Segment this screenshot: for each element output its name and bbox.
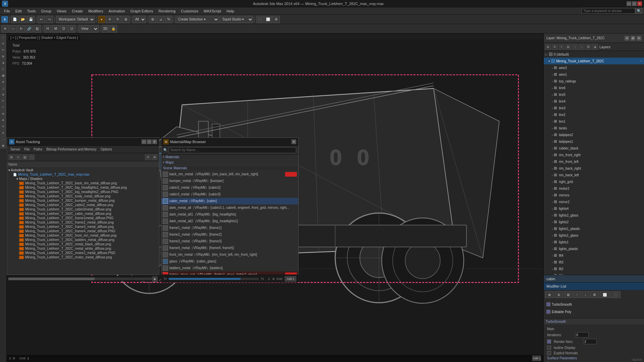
modifier-turbosmooth[interactable]: TurboSmooth bbox=[545, 301, 643, 308]
layer-item-motor2[interactable]: -motor2 bbox=[544, 185, 644, 192]
left-tool-14[interactable]: ⊗ bbox=[0, 117, 6, 123]
layer-tool-4[interactable]: ⊞ bbox=[565, 44, 571, 50]
asset-tool-3[interactable]: ▤ bbox=[22, 154, 28, 160]
layer-close[interactable]: ✕ bbox=[637, 36, 641, 41]
explicit-normals-checkbox[interactable] bbox=[547, 351, 551, 355]
layer-item-lights1[interactable]: -lights1 bbox=[544, 239, 644, 245]
render-iters-input[interactable] bbox=[583, 339, 597, 344]
asset-group-maps[interactable]: ▾ Maps / Shaders bbox=[7, 177, 159, 181]
render-iters-checkbox[interactable] bbox=[547, 340, 551, 344]
layer-tool-6[interactable]: ↓ bbox=[579, 44, 585, 50]
layer-item-rim-back-left[interactable]: -rim_back_left bbox=[544, 172, 644, 178]
more-render[interactable]: ⚙ bbox=[272, 16, 280, 23]
mat-close[interactable]: ✕ bbox=[291, 139, 296, 144]
asset-file-17[interactable]: Mining_Truck_Liebherr_T_282C_motor2_meta… bbox=[7, 251, 159, 255]
layer-item-tire1[interactable]: -tire1 bbox=[544, 118, 644, 125]
lock-btn[interactable]: 🔒 bbox=[110, 25, 117, 33]
maximize-button[interactable]: □ bbox=[632, 1, 637, 6]
redo-button[interactable]: ↪ bbox=[46, 16, 53, 23]
menu-animation[interactable]: Animation bbox=[106, 8, 128, 14]
asset-tool-settings[interactable]: ⚙ bbox=[152, 154, 158, 160]
asset-maxfile[interactable]: 📄 Mining_Truck_Liebherr_T_282C_max_vray.… bbox=[7, 172, 159, 177]
mat-row-frame3[interactable]: frame3_metal（VRayMtl）[frame3] bbox=[161, 238, 298, 245]
new-button[interactable]: 📄 bbox=[11, 16, 18, 23]
layer-item-rubber-black[interactable]: -rubber_black bbox=[544, 145, 644, 152]
layer-tool-8[interactable]: ◈ bbox=[592, 44, 598, 50]
layer-tool-5[interactable]: ↑ bbox=[572, 44, 578, 50]
layer-item-wire2[interactable]: -wire2 bbox=[544, 64, 644, 71]
asset-file-9[interactable]: Mining_Truck_Liebherr_T_282C_frame1metal… bbox=[7, 216, 159, 220]
layer-item-right-grid[interactable]: -right_grid bbox=[544, 178, 644, 185]
snap3d[interactable]: 3D bbox=[102, 25, 109, 33]
left-tool-11[interactable]: ✎ bbox=[0, 98, 6, 104]
move-tool[interactable]: ↔ bbox=[9, 25, 17, 33]
left-tool-18[interactable]: ◉ bbox=[0, 142, 6, 148]
layer-item-mirrors[interactable]: -mirrors bbox=[544, 192, 644, 198]
mod-tool-2[interactable]: ⊘ bbox=[554, 291, 563, 298]
rotate-tool[interactable]: ↻ bbox=[17, 25, 25, 33]
layer-item-tire5[interactable]: -tire5 bbox=[544, 91, 644, 98]
layer-item-rim-back-right[interactable]: -rim_back_right bbox=[544, 165, 644, 172]
mat-row-dark-metal-all2[interactable]: dark_metal_all2（VRayMtl）[big_headlights1… bbox=[161, 218, 298, 225]
layer-tool-7[interactable]: ⚙ bbox=[585, 44, 591, 50]
mat-row-frame2[interactable]: frame2_metal（VRayMtl）[frame2] bbox=[161, 231, 298, 238]
asset-file-11[interactable]: Mining_Truck_Liebherr_T_282C_frame3_meta… bbox=[7, 225, 159, 229]
asset-menu-server[interactable]: Server bbox=[8, 147, 22, 152]
menu-edit[interactable]: Edit bbox=[13, 8, 24, 14]
mat-row-cabin2[interactable]: cabin2_metal（VRayMtl）[cabin2] bbox=[161, 184, 298, 191]
mod-checkbox-turbosmooth[interactable] bbox=[546, 302, 550, 306]
asset-file-4[interactable]: Mining_Truck_Liebherr_T_282C_body_metal_… bbox=[7, 194, 159, 198]
selection-filter[interactable]: ✛ bbox=[1, 25, 9, 33]
asset-close[interactable]: ✕ bbox=[152, 139, 157, 144]
layer-tool-2[interactable]: ✕ bbox=[552, 44, 558, 50]
layer-item-tire4[interactable]: -tire4 bbox=[544, 98, 644, 105]
layer-item-lft2[interactable]: -lft2 bbox=[544, 265, 644, 272]
mod-tool-5[interactable]: ↓ bbox=[582, 291, 589, 298]
rotate-button[interactable]: ↻ bbox=[114, 16, 121, 23]
menu-create[interactable]: Create bbox=[69, 8, 86, 14]
mat-row-dark-metal-all[interactable]: dark_metal_all（VRayMtl）[cabin3.1, cabin6… bbox=[161, 204, 298, 211]
iterations-input[interactable] bbox=[575, 332, 589, 338]
layer-item-wire1[interactable]: -wire1 bbox=[544, 71, 644, 78]
search-button[interactable]: 🔍 bbox=[635, 8, 643, 14]
asset-file-8[interactable]: Mining_Truck_Liebherr_T_282C_cabin_metal… bbox=[7, 212, 159, 216]
materials-section-header[interactable]: + Materials bbox=[161, 155, 298, 160]
layer-tool-3[interactable]: + bbox=[558, 44, 565, 50]
turbosmooth-header[interactable]: TurboSmooth bbox=[544, 318, 644, 325]
menu-rendering[interactable]: Rendering bbox=[156, 8, 178, 14]
workspace-dropdown[interactable]: Workspace: Default bbox=[56, 16, 95, 23]
snap-toggle[interactable]: ⊞ bbox=[149, 16, 156, 23]
left-tool-8[interactable]: ⊛ bbox=[0, 79, 6, 85]
layer-item-mirror2[interactable]: -mirror2 bbox=[544, 198, 644, 205]
mat-row-frame4[interactable]: frame4_metal（VRayMtl）[frame4, frame5] bbox=[161, 245, 298, 251]
snap-percent[interactable]: % bbox=[165, 16, 172, 23]
asset-tool-2[interactable]: ≡ bbox=[15, 154, 21, 160]
asset-menu-paths[interactable]: Paths bbox=[32, 147, 45, 152]
asset-file-3[interactable]: Mining_Truck_Liebherr_T_282C_big_headlig… bbox=[7, 190, 159, 194]
asset-file-15[interactable]: Mining_Truck_Liebherr_T_282C_metal_black… bbox=[7, 242, 159, 246]
motion-btn[interactable]: M bbox=[52, 25, 59, 33]
left-tool-13[interactable]: ⊕ bbox=[0, 111, 6, 117]
layer-item-tailpipes2[interactable]: -tailpipes2 bbox=[544, 131, 644, 138]
save-button[interactable]: 💾 bbox=[27, 16, 35, 23]
view-dropdown[interactable]: View bbox=[78, 25, 99, 33]
layer-item-lights4[interactable]: -lights4 bbox=[544, 205, 644, 212]
left-tool-2[interactable]: ✛ bbox=[0, 41, 6, 47]
asset-menu-options[interactable]: Options bbox=[99, 147, 114, 152]
menu-views[interactable]: Views bbox=[54, 8, 69, 14]
menu-file[interactable]: File bbox=[1, 8, 13, 14]
select-button[interactable]: ▸ bbox=[98, 16, 105, 23]
left-tool-15[interactable]: ⟳ bbox=[0, 123, 6, 129]
mat-row-glass[interactable]: glass（VRayMtl）[cabin_glass] bbox=[161, 258, 298, 265]
asset-maximize[interactable]: □ bbox=[147, 139, 152, 144]
asset-minimize[interactable]: — bbox=[142, 139, 146, 144]
display-btn[interactable]: D bbox=[60, 25, 67, 33]
scale-button[interactable]: ⊞ bbox=[122, 16, 129, 23]
asset-tracking-header[interactable]: A Asset Tracking — □ ✕ bbox=[7, 138, 159, 146]
left-tool-4[interactable]: ⊞ bbox=[0, 53, 6, 59]
minimize-button[interactable]: — bbox=[627, 1, 631, 6]
left-tool-17[interactable]: ⋯ bbox=[0, 136, 6, 142]
left-tool-12[interactable]: ⬭ bbox=[0, 104, 6, 110]
mat-row-cabin3[interactable]: cabin3_metal（VRayMtl）[cabin3] bbox=[161, 191, 298, 198]
left-tool-6[interactable]: ⬡ bbox=[0, 66, 6, 72]
